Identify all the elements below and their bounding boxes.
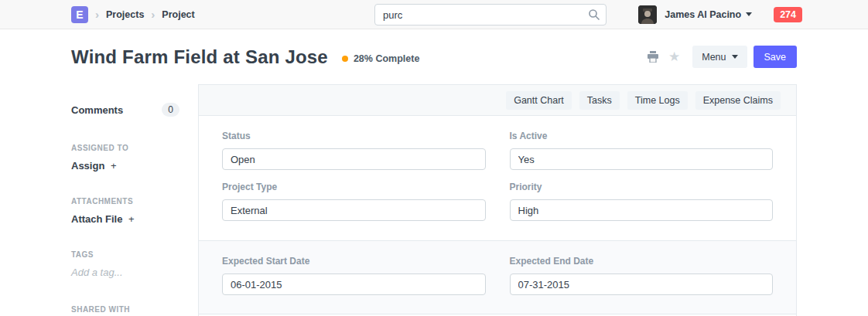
is-active-field: Is Active xyxy=(510,131,774,170)
menu-button-label: Menu xyxy=(702,52,726,63)
form-section-main: Status Is Active Project Type Priority xyxy=(199,116,796,240)
chevron-right-icon: › xyxy=(95,8,99,20)
page-actions: ★ Menu Save xyxy=(647,46,797,68)
save-button[interactable]: Save xyxy=(754,46,798,68)
expected-end-date-label: Expected End Date xyxy=(510,256,774,267)
assign-label: Assign xyxy=(71,160,104,172)
form-sidebar: Comments 0 ASSIGNED TO Assign + ATTACHME… xyxy=(71,84,198,316)
chevron-right-icon: › xyxy=(151,8,155,20)
attachments-heading: ATTACHMENTS xyxy=(71,197,179,206)
status-input[interactable] xyxy=(222,148,486,170)
page-title: Wind Farm Field at San Jose xyxy=(71,46,328,68)
orange-dot-icon xyxy=(342,56,348,62)
search-input[interactable] xyxy=(374,4,607,25)
comments-row: Comments 0 xyxy=(71,103,179,117)
assigned-to-heading: ASSIGNED TO xyxy=(71,144,179,152)
is-active-input[interactable] xyxy=(510,148,774,170)
tags-heading: TAGS xyxy=(71,250,179,259)
is-active-label: Is Active xyxy=(510,131,774,141)
navbar-user-area: James Al Pacino 274 xyxy=(638,5,802,24)
comments-count-badge: 0 xyxy=(162,103,179,117)
project-type-label: Project Type xyxy=(222,182,486,192)
expected-start-date-field: Expected Start Date xyxy=(222,256,486,295)
menu-button[interactable]: Menu xyxy=(692,46,747,68)
add-tag-input[interactable]: Add a tag... xyxy=(71,267,179,278)
priority-field: Priority xyxy=(510,182,774,221)
plus-icon: + xyxy=(111,160,117,172)
expense-claims-button[interactable]: Expense Claims xyxy=(695,91,781,110)
expected-end-date-field: Expected End Date xyxy=(510,256,774,295)
priority-input[interactable] xyxy=(510,199,774,221)
expected-start-date-input[interactable] xyxy=(222,274,486,295)
expected-end-date-input[interactable] xyxy=(510,274,774,295)
user-avatar[interactable] xyxy=(638,5,657,24)
print-icon[interactable] xyxy=(647,51,659,63)
caret-down-icon xyxy=(746,12,752,16)
star-icon[interactable]: ★ xyxy=(668,50,680,63)
attach-file-button[interactable]: Attach File + xyxy=(71,213,179,225)
assign-button[interactable]: Assign + xyxy=(71,160,179,172)
content-area: Comments 0 ASSIGNED TO Assign + ATTACHME… xyxy=(0,84,868,316)
form-panel: Gantt Chart Tasks Time Logs Expense Clai… xyxy=(198,84,797,316)
tasks-button[interactable]: Tasks xyxy=(579,91,620,110)
time-logs-button[interactable]: Time Logs xyxy=(627,91,688,110)
page-header: Wind Farm Field at San Jose 28% Complete… xyxy=(0,29,868,84)
form-section-dates: Expected Start Date Expected End Date xyxy=(199,240,796,314)
status-label: Status xyxy=(222,131,486,141)
breadcrumb-project[interactable]: Project xyxy=(162,9,194,20)
status-field: Status xyxy=(222,131,486,170)
attach-file-label: Attach File xyxy=(71,213,122,225)
navbar: E › Projects › Project James Al Pacino 2… xyxy=(0,0,868,29)
global-search xyxy=(374,4,607,25)
priority-label: Priority xyxy=(510,182,774,192)
shared-with-heading: SHARED WITH xyxy=(71,305,179,314)
gantt-chart-button[interactable]: Gantt Chart xyxy=(506,91,572,110)
status-indicator: 28% Complete xyxy=(342,53,419,64)
caret-down-icon xyxy=(732,55,738,59)
app-logo[interactable]: E xyxy=(71,6,88,23)
notification-count-badge[interactable]: 274 xyxy=(774,7,802,22)
form-links-row: Gantt Chart Tasks Time Logs Expense Clai… xyxy=(199,85,796,116)
breadcrumb-projects[interactable]: Projects xyxy=(106,9,144,20)
comments-link[interactable]: Comments xyxy=(71,104,123,116)
expected-start-date-label: Expected Start Date xyxy=(222,256,486,267)
project-type-input[interactable] xyxy=(222,199,486,221)
project-type-field: Project Type xyxy=(222,182,486,221)
plus-icon: + xyxy=(128,213,135,225)
search-icon xyxy=(588,8,600,21)
user-name[interactable]: James Al Pacino xyxy=(665,9,741,20)
status-indicator-text: 28% Complete xyxy=(354,53,419,64)
